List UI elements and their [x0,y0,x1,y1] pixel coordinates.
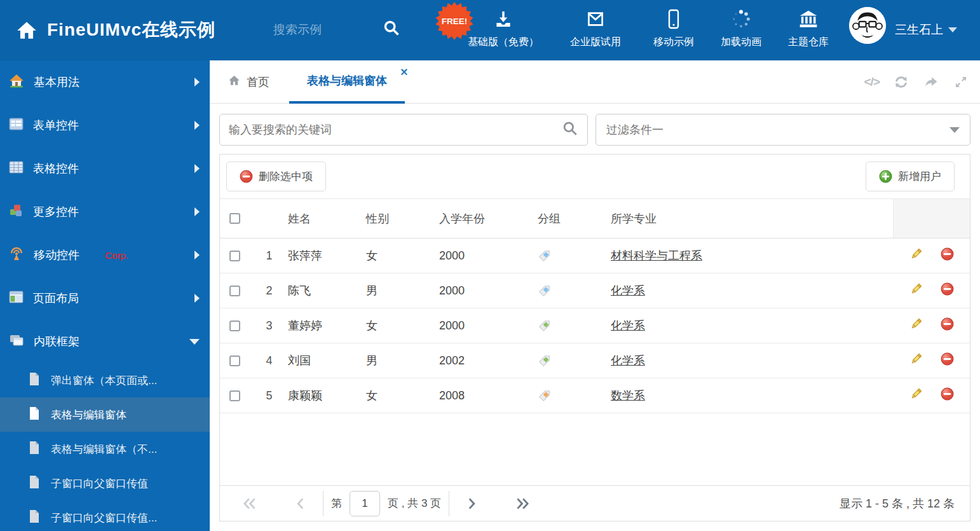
select-all-checkbox[interactable] [229,213,240,224]
delete-row-icon[interactable] [941,352,954,369]
sidebar-subitem-grid-edit-window-no[interactable]: 表格与编辑窗体（不... [0,432,210,466]
top-header: FineUIMvc在线示例 搜索示例 FREE! 基础版（免费） 企业版试用 移… [0,0,980,60]
delete-row-icon[interactable] [941,282,954,299]
edit-icon[interactable] [909,352,923,369]
nav-basic-edition[interactable]: 基础版（免费） [456,8,551,49]
header-search-input[interactable]: 搜索示例 [273,22,322,38]
sidebar-item-grid-controls[interactable]: 表格控件 [0,147,210,190]
column-header-gender: 性别 [360,211,430,226]
delete-selected-button[interactable]: 删除选中项 [226,162,326,191]
page-label-prefix: 第 [331,496,342,511]
sidebar-item-more-controls[interactable]: 更多控件 [0,190,210,233]
add-button-label: 新增用户 [898,169,941,184]
search-icon[interactable] [383,19,400,39]
add-user-button[interactable]: 新增用户 [866,162,955,191]
row-checkbox[interactable] [229,286,240,296]
row-number: 5 [258,389,280,403]
user-menu[interactable]: 三生石上 [895,22,957,38]
next-page-button[interactable] [457,495,486,512]
cell-year: 2008 [430,389,528,403]
row-checkbox[interactable] [229,251,240,261]
edit-icon[interactable] [909,317,923,334]
row-number: 3 [258,319,280,333]
table-row: 5 康颖颖 女 2008 数学系 [220,378,970,413]
row-number: 2 [258,284,280,298]
sidebar-subitem-grid-edit-window[interactable]: 表格与编辑窗体 [0,397,210,432]
delete-row-icon[interactable] [941,317,954,334]
major-link[interactable]: 化学系 [611,354,645,367]
major-link[interactable]: 化学系 [611,284,645,297]
row-checkbox[interactable] [229,355,240,366]
keyword-search-box[interactable] [219,114,588,146]
sidebar-subitem-popup-window[interactable]: 弹出窗体（本页面或... [0,363,210,397]
table-row: 3 董婷婷 女 2000 化学系 [220,308,970,343]
page-content: 过滤条件一 删除选中项 新增用户 姓名 性别 入学年份 [210,104,980,531]
cell-name: 董婷婷 [280,318,360,333]
home-logo-icon[interactable] [15,20,38,44]
bank-icon [798,8,819,31]
row-number: 4 [258,354,280,368]
nav-label: 移动示例 [653,36,694,49]
edit-icon[interactable] [909,282,923,299]
tag-icon [538,319,551,333]
major-link[interactable]: 化学系 [611,319,645,332]
sidebar-item-iframe[interactable]: 内联框架 [0,320,210,363]
cell-group [528,354,601,368]
cubes-icon [9,203,24,221]
main-area: 首页 表格与编辑窗体 × </> [210,60,980,531]
edit-icon[interactable] [909,247,923,264]
row-number: 1 [258,249,280,263]
chevron-right-icon [194,78,200,86]
refresh-icon[interactable] [894,74,909,90]
tag-icon [538,389,551,403]
form-icon [9,118,24,134]
row-checkbox[interactable] [229,390,240,401]
edit-icon[interactable] [909,387,923,404]
grid-empty-area [220,413,970,485]
sidebar-item-label: 页面布局 [33,291,194,306]
tag-icon [538,354,551,368]
sidebar-subitem-child-to-parent[interactable]: 子窗口向父窗口传值 [0,466,210,500]
close-icon[interactable]: × [400,66,408,78]
delete-row-icon[interactable] [941,387,954,404]
first-page-button[interactable] [235,495,264,512]
nav-loading-animation[interactable]: 加载动画 [707,8,775,49]
table-row: 4 刘国 男 2002 化学系 [220,343,970,378]
table-header-row: 姓名 性别 入学年份 分组 所学专业 [220,199,970,238]
tab-grid-edit-window[interactable]: 表格与编辑窗体 [289,60,405,104]
source-code-icon[interactable]: </> [864,75,880,89]
home-icon [228,74,241,90]
app-title: FineUIMvc在线示例 [47,18,215,42]
page-number-input[interactable] [350,491,380,516]
column-header-year: 入学年份 [430,211,528,226]
sidebar-subitem-label: 子窗口向父窗口传值 [51,476,148,491]
filter-row: 过滤条件一 [219,114,970,146]
sidebar-item-mobile-controls[interactable]: 移动控件 Corp. [0,233,210,277]
open-new-window-icon[interactable] [923,74,939,90]
nav-label: 加载动画 [721,36,761,49]
user-avatar[interactable] [849,7,886,44]
row-checkbox[interactable] [229,321,240,331]
nav-enterprise-trial[interactable]: 企业版试用 [551,8,640,49]
cell-year: 2000 [430,284,528,298]
sidebar-subitem-child-to-parent-2[interactable]: 子窗口向父窗口传值... [0,500,210,531]
grid-toolbar: 删除选中项 新增用户 [220,155,970,199]
nav-mobile-demo[interactable]: 移动示例 [640,8,707,49]
delete-row-icon[interactable] [941,247,954,264]
major-link[interactable]: 数学系 [611,389,645,402]
prev-page-button[interactable] [286,495,315,512]
cell-name: 陈飞 [280,283,360,298]
nav-theme-store[interactable]: 主题仓库 [775,8,842,49]
search-icon[interactable] [562,120,578,139]
keyword-search-input[interactable] [229,114,562,145]
filter-dropdown[interactable]: 过滤条件一 [595,114,970,146]
divider [323,491,323,516]
tab-home[interactable]: 首页 [228,60,269,104]
sidebar-item-page-layout[interactable]: 页面布局 [0,277,210,320]
sidebar-item-form-controls[interactable]: 表单控件 [0,104,210,147]
fullscreen-icon[interactable] [953,74,969,90]
header-nav: 基础版（免费） 企业版试用 移动示例 加载动画 主题仓库 [456,8,842,55]
last-page-button[interactable] [508,495,537,512]
major-link[interactable]: 材料科学与工程系 [611,249,702,262]
sidebar-item-basic-usage[interactable]: 基本用法 [0,60,210,104]
